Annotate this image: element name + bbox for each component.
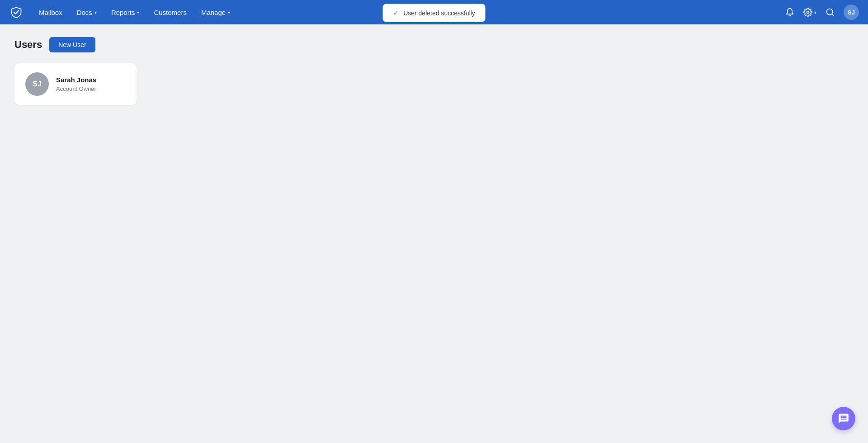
check-icon: ✓ xyxy=(393,9,399,17)
user-avatar-button[interactable]: SJ xyxy=(844,5,859,20)
page-title: Users xyxy=(14,39,42,51)
chat-button[interactable] xyxy=(832,407,855,430)
gear-chevron-icon: ▾ xyxy=(814,10,816,15)
new-user-button[interactable]: New User xyxy=(49,37,95,52)
nav-item-manage[interactable]: Manage ▾ xyxy=(195,5,236,20)
nav-right: ▾ SJ xyxy=(783,5,859,20)
search-button[interactable] xyxy=(823,5,837,19)
nav-item-reports[interactable]: Reports ▾ xyxy=(105,5,146,20)
notification-bell-button[interactable] xyxy=(783,5,797,19)
nav-item-mailbox[interactable]: Mailbox xyxy=(33,5,69,20)
main-content: Users New User SJ Sarah Jonas Account Ow… xyxy=(0,24,868,118)
settings-button[interactable]: ▾ xyxy=(803,8,816,17)
app-logo[interactable] xyxy=(9,5,24,19)
chevron-down-icon: ▾ xyxy=(94,10,97,15)
svg-line-2 xyxy=(832,14,834,16)
page-header: Users New User xyxy=(14,37,854,52)
navbar: Mailbox Docs ▾ Reports ▾ Customers Manag… xyxy=(0,0,868,24)
chevron-down-icon: ▾ xyxy=(137,10,139,15)
user-card-avatar: SJ xyxy=(25,72,49,96)
toast-notification: ✓ User deleted successfully xyxy=(382,4,486,22)
user-card-role: Account Owner xyxy=(56,85,96,92)
nav-item-docs[interactable]: Docs ▾ xyxy=(71,5,103,20)
svg-point-0 xyxy=(807,11,809,14)
user-card-name: Sarah Jonas xyxy=(56,76,96,84)
nav-item-customers[interactable]: Customers xyxy=(147,5,193,20)
chevron-down-icon: ▾ xyxy=(228,10,230,15)
user-card-info: Sarah Jonas Account Owner xyxy=(56,76,96,92)
user-card[interactable]: SJ Sarah Jonas Account Owner xyxy=(14,63,137,105)
users-grid: SJ Sarah Jonas Account Owner xyxy=(14,63,854,105)
